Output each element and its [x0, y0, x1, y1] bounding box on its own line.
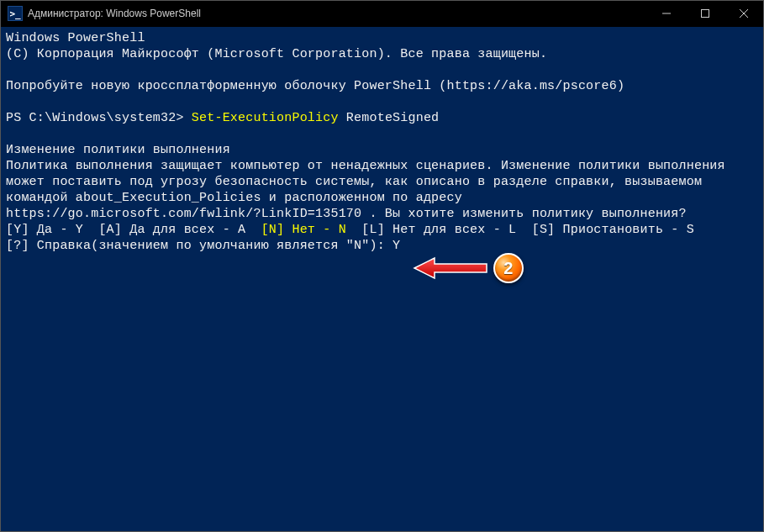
section-body-3: командой about_Execution_Policies и расп… [6, 191, 462, 205]
section-title: Изменение политики выполнения [6, 143, 230, 157]
command-name: Set-ExecutionPolicy [192, 111, 339, 125]
window-controls [647, 1, 763, 26]
close-button[interactable] [724, 1, 763, 26]
step-number: 2 [503, 261, 513, 277]
powershell-window: >_ Администратор: Windows PowerShell Win… [0, 0, 764, 532]
app-icon: >_ [8, 6, 23, 21]
window-title: Администратор: Windows PowerShell [28, 8, 201, 19]
prompt-prefix: PS C:\Windows\system32> [6, 111, 192, 125]
minimize-button[interactable] [647, 1, 686, 26]
option-suspend: [S] Приостановить - S [532, 223, 694, 237]
step-badge: 2 [493, 253, 524, 283]
annotation-overlay: 2 [413, 253, 524, 283]
section-body-4: https://go.microsoft.com/fwlink/?LinkID=… [6, 207, 687, 221]
close-icon [740, 9, 748, 18]
svg-rect-1 [702, 10, 709, 18]
option-no-all: [L] Нет для всех - L [346, 223, 532, 237]
option-all: [A] Да для всех - A [98, 223, 261, 237]
help-prompt: [?] Справка(значением по умолчанию являе… [6, 239, 393, 253]
maximize-button[interactable] [686, 1, 724, 26]
powershell-icon: >_ [9, 9, 20, 18]
minimize-icon [662, 9, 671, 18]
ps-banner-line1: Windows PowerShell [6, 31, 145, 45]
option-no: [N] Нет - N [261, 223, 346, 237]
command-arg: RemoteSigned [339, 111, 440, 125]
user-input: Y [393, 239, 400, 253]
terminal-output[interactable]: Windows PowerShell (C) Корпорация Майкро… [1, 26, 763, 531]
svg-marker-4 [414, 258, 487, 278]
ps-banner-line2: (C) Корпорация Майкрософт (Microsoft Cor… [6, 47, 547, 61]
option-yes: [Y] Да - Y [6, 223, 98, 237]
ps-try-message: Попробуйте новую кроссплатформенную обол… [6, 79, 624, 93]
section-body-2: может поставить под угрозу безопасность … [6, 175, 702, 189]
maximize-icon [701, 9, 709, 18]
arrow-icon [413, 253, 488, 283]
section-body-1: Политика выполнения защищает компьютер о… [6, 159, 725, 173]
titlebar[interactable]: >_ Администратор: Windows PowerShell [1, 1, 763, 26]
